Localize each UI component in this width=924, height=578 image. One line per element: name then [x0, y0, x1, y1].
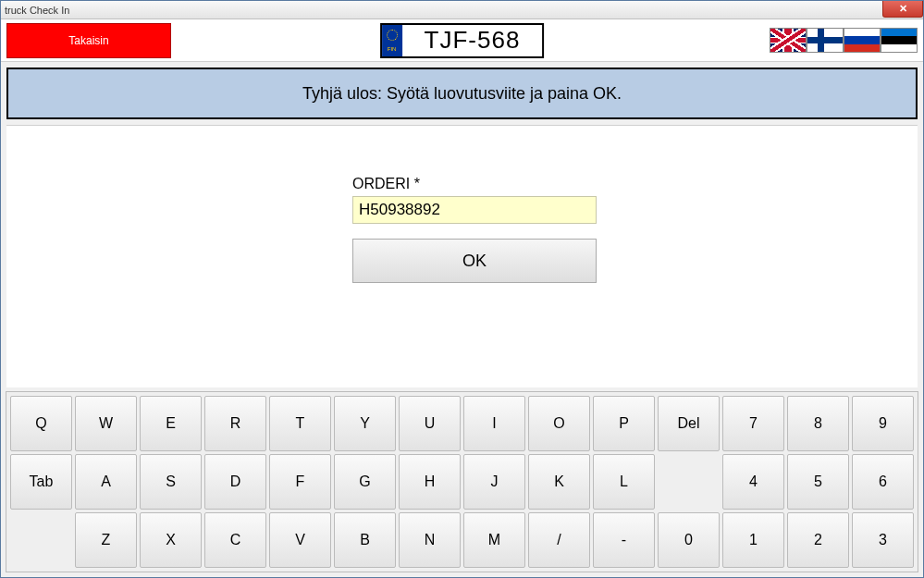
instruction-text: Tyhjä ulos: Syötä luovutusviite ja paina… — [302, 84, 622, 104]
back-button[interactable]: Takaisin — [6, 23, 171, 58]
keyboard-key-p[interactable]: P — [593, 396, 655, 451]
keyboard-key-m[interactable]: M — [463, 512, 525, 568]
keyboard-key-y[interactable]: Y — [334, 396, 396, 451]
flag-ru-icon[interactable] — [844, 28, 881, 53]
plate-country-badge: FIN — [382, 25, 402, 56]
ok-button[interactable]: OK — [352, 239, 597, 283]
keyboard-key-4[interactable]: 4 — [722, 454, 784, 510]
keyboard-key-v[interactable]: V — [269, 512, 331, 568]
keyboard-key-2[interactable]: 2 — [787, 512, 849, 568]
keyboard-key-r[interactable]: R — [204, 396, 266, 451]
plate-country-code: FIN — [388, 46, 397, 52]
keyboard-key-/[interactable]: / — [528, 512, 590, 568]
keyboard-key-5[interactable]: 5 — [787, 454, 849, 510]
keyboard-key-del[interactable]: Del — [658, 396, 720, 451]
keyboard-key-tab[interactable]: Tab — [10, 454, 72, 510]
keyboard-key-0[interactable]: 0 — [658, 512, 720, 568]
license-plate: FIN TJF-568 — [380, 23, 545, 58]
keyboard-key-s[interactable]: S — [140, 454, 202, 510]
keyboard-key-q[interactable]: Q — [10, 396, 72, 451]
ok-button-label: OK — [462, 252, 487, 270]
keyboard-row-2: TabASDFGHJKL456 — [10, 454, 914, 510]
flag-uk-icon[interactable] — [770, 28, 807, 53]
back-button-label: Takaisin — [68, 34, 108, 47]
window-close-button[interactable]: ✕ — [882, 1, 923, 18]
keyboard-key-blank — [10, 512, 72, 568]
keyboard-key-1[interactable]: 1 — [722, 512, 784, 568]
keyboard-key-x[interactable]: X — [140, 512, 202, 568]
keyboard-key-l[interactable]: L — [593, 454, 655, 510]
keyboard-key-f[interactable]: F — [269, 454, 331, 510]
header-bar: Takaisin FIN TJF-568 — [1, 19, 923, 62]
keyboard-key-a[interactable]: A — [75, 454, 137, 510]
main-content: ORDERI * OK — [6, 125, 918, 387]
eu-stars-icon — [387, 30, 398, 41]
close-icon: ✕ — [899, 3, 907, 15]
keyboard-key-z[interactable]: Z — [75, 512, 137, 568]
keyboard-key-7[interactable]: 7 — [722, 396, 784, 451]
keyboard-key-n[interactable]: N — [399, 512, 461, 568]
order-input[interactable] — [352, 196, 597, 224]
keyboard-key-3[interactable]: 3 — [852, 512, 914, 568]
instruction-banner: Tyhjä ulos: Syötä luovutusviite ja paina… — [6, 68, 918, 119]
keyboard-key-d[interactable]: D — [204, 454, 266, 510]
order-label: ORDERI * — [352, 176, 597, 192]
keyboard-key-h[interactable]: H — [399, 454, 461, 510]
keyboard-key-c[interactable]: C — [204, 512, 266, 568]
keyboard-key-j[interactable]: J — [463, 454, 525, 510]
keyboard-key-e[interactable]: E — [140, 396, 202, 451]
keyboard-row-3: ZXCVBNM/-0123 — [10, 512, 914, 568]
language-flags — [770, 28, 918, 53]
keyboard-key-9[interactable]: 9 — [852, 396, 914, 451]
plate-number: TJF-568 — [402, 25, 543, 56]
keyboard-key-blank — [658, 454, 720, 510]
keyboard-key-8[interactable]: 8 — [787, 396, 849, 451]
flag-ee-icon[interactable] — [881, 28, 918, 53]
window-title: truck Check In — [5, 5, 69, 16]
keyboard-key-k[interactable]: K — [528, 454, 590, 510]
window-titlebar: truck Check In ✕ — [1, 1, 923, 19]
keyboard-key-o[interactable]: O — [528, 396, 590, 451]
keyboard-key-u[interactable]: U — [399, 396, 461, 451]
keyboard-key-g[interactable]: G — [334, 454, 396, 510]
order-form: ORDERI * OK — [352, 176, 597, 283]
keyboard-key-b[interactable]: B — [334, 512, 396, 568]
keyboard-key--[interactable]: - — [593, 512, 655, 568]
keyboard-key-t[interactable]: T — [269, 396, 331, 451]
on-screen-keyboard: QWERTYUIOPDel789 TabASDFGHJKL456 ZXCVBNM… — [6, 391, 918, 572]
flag-fi-icon[interactable] — [807, 28, 844, 53]
keyboard-key-w[interactable]: W — [75, 396, 137, 451]
keyboard-key-6[interactable]: 6 — [852, 454, 914, 510]
keyboard-key-i[interactable]: I — [463, 396, 525, 451]
keyboard-row-1: QWERTYUIOPDel789 — [10, 396, 914, 451]
